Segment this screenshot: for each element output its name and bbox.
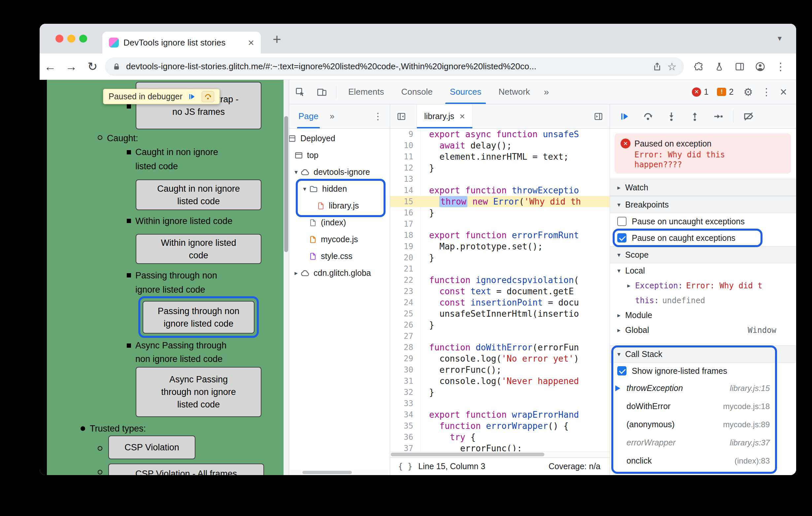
debugger-sections: ✕ Paused on exception Error: Why did thi…	[610, 129, 796, 475]
deactivate-breakpoints-icon[interactable]	[737, 111, 760, 122]
window-close-button[interactable]	[55, 35, 63, 42]
window-zoom-button[interactable]	[79, 35, 87, 42]
passing-through-button[interactable]: Passing through non ignore listed code	[143, 301, 255, 334]
profile-avatar-icon[interactable]	[750, 61, 771, 72]
pause-uncaught-row[interactable]: Pause on uncaught exceptions	[610, 213, 796, 230]
callstack-frame-errorwrapper[interactable]: errorWrapper library.js:37	[610, 433, 796, 452]
sidebar-kebab-icon[interactable]: ⋮	[373, 111, 383, 122]
list-bullet	[127, 273, 131, 277]
code-editor[interactable]: 9export async function unsafeS10 await d…	[390, 129, 610, 451]
file-tree: Deployed top ▾	[289, 129, 390, 470]
editor-tab-close-icon[interactable]: ×	[460, 112, 465, 121]
editor-horizontal-scrollbar[interactable]	[390, 451, 610, 457]
tab-close-icon[interactable]: ×	[248, 37, 254, 48]
bookmark-star-icon[interactable]: ☆	[667, 60, 677, 73]
scope-module-row[interactable]: ▸ Module	[610, 308, 796, 323]
scope-section-header[interactable]: ▾ Scope	[610, 246, 796, 263]
chevron-down-icon: ▾	[615, 351, 623, 358]
hide-navigator-icon[interactable]	[397, 112, 406, 121]
issue-count-badge[interactable]: ! 2	[717, 87, 733, 97]
step-icon[interactable]	[706, 111, 730, 122]
resume-script-icon[interactable]	[613, 111, 636, 122]
tree-item-mycode-js[interactable]: mycode.js	[289, 231, 390, 248]
side-panel-icon[interactable]	[729, 62, 750, 71]
code-line-36: 36 try {	[390, 431, 610, 443]
tab-page[interactable]: Page	[298, 104, 319, 128]
share-icon[interactable]	[652, 62, 662, 71]
breakpoints-section-header[interactable]: ▾ Breakpoints	[610, 196, 796, 213]
tab-search-chevron-icon[interactable]: ▾	[778, 34, 782, 43]
scope-this-row[interactable]: this: undefined	[610, 293, 796, 308]
tree-item-deployed[interactable]: Deployed	[289, 130, 390, 147]
sidebar-scrollbar-thumb[interactable]	[302, 471, 352, 474]
csp-violation-all-frames-button[interactable]: CSP Violation - All frames	[108, 463, 264, 475]
step-over-icon[interactable]	[636, 111, 660, 122]
chevron-down-icon[interactable]: ▾	[292, 168, 300, 176]
error-count-badge[interactable]: ✕ 1	[692, 87, 708, 97]
tree-item-style-css[interactable]: style.css	[289, 248, 390, 265]
browser-tab[interactable]: DevTools ignore list stories ×	[102, 32, 261, 54]
chevron-right-icon[interactable]: ▸	[625, 282, 633, 289]
pretty-print-icon[interactable]: { }	[398, 462, 412, 471]
list-bullet	[98, 446, 102, 451]
tab-console[interactable]: Console	[393, 80, 441, 104]
tree-item-top[interactable]: top	[289, 147, 390, 164]
back-button[interactable]: ←	[39, 60, 61, 73]
address-bar[interactable]: devtools-ignore-list-stories.glitch.me/#…	[105, 57, 684, 76]
async-passing-button[interactable]: Async Passing through non ignore listed …	[136, 367, 261, 417]
show-ignore-listed-checkbox[interactable]	[617, 366, 627, 375]
new-tab-button[interactable]: +	[273, 31, 281, 48]
callstack-frame-dowitherror[interactable]: doWithError mycode.js:18	[610, 397, 796, 415]
page-scrollbar-thumb[interactable]	[284, 116, 288, 252]
forward-button[interactable]: →	[61, 60, 82, 73]
inspect-element-icon[interactable]	[289, 87, 311, 97]
pause-uncaught-checkbox[interactable]	[617, 217, 627, 226]
reload-button[interactable]: ↻	[82, 60, 103, 73]
chevron-right-icon[interactable]: ▸	[292, 269, 300, 277]
sidebar-more-tabs-icon[interactable]: »	[330, 111, 335, 121]
scope-local-row[interactable]: ▾ Local	[610, 263, 796, 278]
tree-item-devtools-ignore[interactable]: ▾ devtools-ignore	[289, 164, 390, 180]
scope-global-row[interactable]: ▸ Global Window	[610, 323, 796, 337]
editor-tab-library-js[interactable]: library.js ×	[416, 104, 473, 128]
page-scrollbar[interactable]	[284, 80, 289, 475]
tree-item-library-js[interactable]: library.js	[289, 197, 390, 214]
tab-sources[interactable]: Sources	[441, 80, 490, 104]
callstack-section-header[interactable]: ▾ Call Stack	[610, 345, 796, 363]
settings-gear-icon[interactable]: ⚙	[743, 86, 753, 98]
browser-menu-kebab-icon[interactable]: ⋮	[771, 60, 791, 73]
step-out-icon[interactable]	[683, 111, 706, 122]
callstack-frame-onclick[interactable]: onclick (index):83	[610, 452, 796, 470]
tree-item-cdn-glitch[interactable]: ▸ cdn.glitch.globa	[289, 265, 390, 281]
callstack-frame-throwexception[interactable]: throwException library.js:15	[610, 379, 796, 397]
watch-section-header[interactable]: ▸ Watch	[610, 179, 796, 196]
csp-violation-button[interactable]: CSP Violation	[108, 435, 195, 459]
tree-item-index[interactable]: (index)	[289, 214, 390, 231]
step-into-icon[interactable]	[660, 111, 683, 122]
extension-flask-icon[interactable]	[709, 62, 729, 71]
scope-exception-row[interactable]: ▸ Exception: Error: Why did t	[610, 278, 796, 293]
callstack-frame-anonymous[interactable]: (anonymous) mycode.js:89	[610, 415, 796, 433]
within-ignore-listed-button[interactable]: Within ignore listed code	[136, 234, 261, 264]
tab-network[interactable]: Network	[490, 80, 539, 104]
chevron-down-icon[interactable]: ▾	[300, 185, 309, 193]
code-line-15: 15 throw new Error('Why did th	[390, 196, 610, 207]
issue-count: 2	[729, 87, 733, 97]
pause-caught-row[interactable]: Pause on caught exceptions	[610, 230, 796, 246]
more-tabs-icon[interactable]: »	[539, 87, 554, 97]
editor-scrollbar-thumb[interactable]	[391, 453, 544, 456]
extensions-puzzle-icon[interactable]	[689, 62, 709, 71]
device-toolbar-icon[interactable]	[311, 87, 333, 97]
window-minimize-button[interactable]	[67, 35, 75, 42]
caught-non-ignore-button[interactable]: Caught in non ignore listed code	[136, 180, 261, 210]
pause-caught-checkbox[interactable]	[617, 233, 627, 242]
devtools-menu-kebab-icon[interactable]: ⋮	[761, 86, 772, 98]
show-ignore-listed-row[interactable]: Show ignore-listed frames	[610, 363, 796, 379]
devtools-close-icon[interactable]: ×	[780, 86, 787, 98]
banner-step-over-icon[interactable]	[202, 91, 214, 102]
tree-item-hidden-folder[interactable]: ▾ hidden	[289, 180, 390, 197]
sidebar-horizontal-scrollbar[interactable]	[289, 470, 390, 475]
banner-resume-icon[interactable]	[188, 92, 196, 101]
tab-elements[interactable]: Elements	[340, 80, 393, 104]
show-debugger-panel-icon[interactable]	[594, 112, 603, 121]
